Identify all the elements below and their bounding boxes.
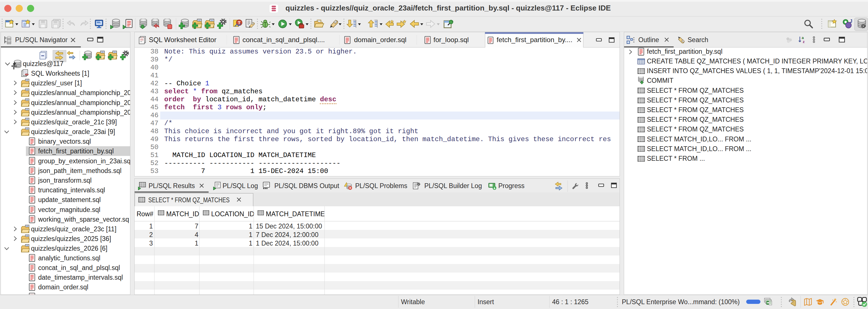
svg-text:J: J — [850, 19, 852, 24]
svg-text:z: z — [803, 39, 805, 44]
svg-text:a: a — [802, 36, 804, 40]
